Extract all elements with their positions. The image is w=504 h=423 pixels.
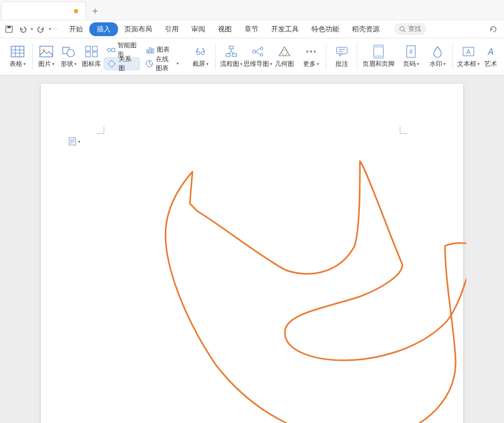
svg-rect-14: [93, 46, 97, 51]
svg-point-33: [282, 50, 287, 55]
shape-icon: [62, 45, 75, 58]
textbox-icon: A: [462, 45, 475, 58]
menu-docer[interactable]: 稻壳资源: [346, 22, 386, 37]
smartart-icon: [107, 45, 115, 55]
svg-rect-28: [232, 54, 237, 56]
svg-point-10: [43, 49, 45, 52]
margin-mark-top-left: [97, 126, 104, 134]
page-icon: [69, 137, 76, 146]
menu-special[interactable]: 特色功能: [305, 22, 346, 37]
watermark-button[interactable]: 水印▾: [425, 41, 450, 73]
main-menu: 开始 插入 页面布局 引用 审阅 视图 章节 开发工具 特色功能 稻壳资源: [63, 22, 386, 37]
svg-text:#: #: [409, 48, 413, 55]
picture-button[interactable]: 图片▾: [36, 41, 56, 73]
svg-rect-16: [93, 52, 97, 57]
art-text-button[interactable]: A 艺术: [483, 41, 499, 73]
svg-point-25: [201, 52, 204, 55]
svg-point-30: [261, 47, 263, 50]
comment-icon: [335, 45, 348, 58]
table-icon: [11, 45, 24, 58]
watermark-icon: [431, 45, 444, 58]
page[interactable]: ▾: [41, 84, 463, 423]
svg-point-2: [400, 27, 404, 31]
chart-icon: [145, 45, 155, 55]
svg-text:A: A: [466, 48, 471, 56]
svg-rect-37: [337, 47, 347, 54]
flowchart-button[interactable]: 流程图▾: [219, 41, 243, 73]
art-text-icon: A: [485, 45, 497, 58]
menu-chapter[interactable]: 章节: [238, 22, 265, 37]
iconlib-icon: [85, 45, 98, 58]
paragraph-options-dropdown[interactable]: ▾: [78, 139, 80, 144]
mindmap-button[interactable]: 思维导图▾: [246, 41, 270, 73]
modified-indicator-icon: [74, 9, 78, 13]
page-number-icon: #: [406, 45, 416, 58]
document-area[interactable]: ▾: [0, 75, 504, 423]
menu-dev-tools[interactable]: 开发工具: [265, 22, 305, 37]
page-number-button[interactable]: # 页码▾: [399, 41, 423, 73]
svg-point-36: [314, 50, 316, 53]
search-label: 查找: [408, 24, 421, 33]
header-footer-button[interactable]: 页眉和页脚: [360, 41, 397, 73]
right-controls: [489, 25, 501, 33]
relation-icon: [107, 59, 116, 69]
menu-references[interactable]: 引用: [158, 22, 185, 37]
svg-text:A: A: [488, 47, 494, 56]
relation-button[interactable]: 关系图: [104, 57, 140, 70]
document-tab[interactable]: [1, 2, 86, 20]
redo-dropdown[interactable]: ▾: [49, 27, 51, 31]
menu-view[interactable]: 视图: [212, 22, 238, 37]
svg-point-17: [107, 48, 111, 52]
geometry-button[interactable]: 几何图: [272, 41, 297, 73]
svg-point-12: [67, 49, 74, 57]
menu-bar: ▾ ▾ ⋯ 开始 插入 页面布局 引用 审阅 视图 章节 开发工具 特色功能 稻…: [0, 20, 504, 38]
margin-mark-top-right: [400, 126, 407, 134]
freeform-shape[interactable]: [105, 153, 466, 423]
svg-rect-15: [86, 52, 90, 57]
svg-rect-13: [86, 46, 90, 51]
flowchart-icon: [225, 45, 238, 58]
more-button[interactable]: 更多▾: [299, 41, 323, 73]
svg-rect-21: [149, 48, 151, 53]
paragraph-options[interactable]: ▾: [69, 137, 80, 146]
iconlib-button[interactable]: 图标库: [81, 41, 102, 73]
svg-rect-26: [229, 46, 233, 49]
svg-rect-20: [147, 50, 148, 53]
picture-icon: [39, 45, 53, 58]
mindmap-icon: [251, 45, 264, 58]
svg-rect-1: [7, 26, 11, 28]
svg-rect-42: [374, 55, 383, 58]
comment-button[interactable]: 批注: [330, 41, 354, 73]
undo-button[interactable]: [17, 23, 29, 35]
svg-rect-27: [226, 54, 230, 56]
svg-point-24: [197, 52, 200, 55]
screenshot-button[interactable]: 截屏▾: [188, 41, 213, 73]
redo-button[interactable]: [35, 23, 47, 35]
geometry-icon: [278, 45, 291, 58]
menu-start[interactable]: 开始: [63, 22, 89, 37]
qat-more[interactable]: ⋯: [53, 27, 57, 31]
menu-insert[interactable]: 插入: [89, 22, 118, 36]
header-footer-icon: [373, 45, 384, 58]
menu-page-layout[interactable]: 页面布局: [118, 22, 158, 37]
ribbon-insert: 表格▾ 图片▾ 形状▾ 图标库 智能图形: [0, 38, 504, 75]
textbox-button[interactable]: A 文本框▾: [456, 41, 481, 73]
refresh-icon[interactable]: [489, 25, 498, 33]
shape-button[interactable]: 形状▾: [58, 41, 79, 73]
online-chart-icon: [145, 59, 154, 69]
table-button[interactable]: 表格▾: [5, 41, 30, 73]
undo-dropdown[interactable]: ▾: [31, 27, 33, 31]
svg-point-29: [253, 50, 256, 53]
tab-bar: ＋: [0, 0, 504, 20]
search-box[interactable]: 查找: [394, 23, 426, 35]
menu-review[interactable]: 审阅: [185, 22, 212, 37]
svg-point-35: [310, 50, 312, 53]
quick-access-toolbar: ▾ ▾ ⋯: [3, 23, 63, 35]
svg-rect-9: [40, 46, 53, 57]
svg-marker-19: [108, 60, 115, 67]
search-icon: [399, 26, 406, 33]
online-chart-button[interactable]: 在线图表▾: [142, 57, 182, 70]
svg-marker-32: [279, 47, 290, 56]
new-tab-button[interactable]: ＋: [86, 2, 104, 20]
save-button[interactable]: [3, 23, 15, 35]
